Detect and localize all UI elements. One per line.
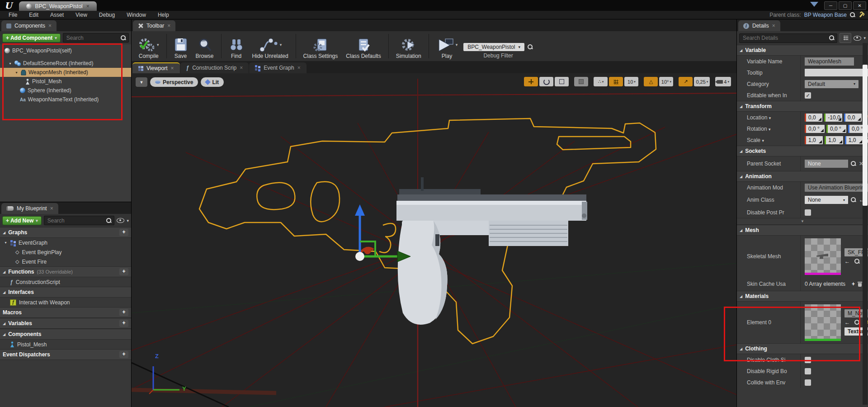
play-button[interactable]: ▾ Play bbox=[432, 32, 462, 61]
anim-class-dropdown[interactable]: None ▾ bbox=[805, 196, 848, 204]
location-z-input[interactable]: 0,0 bbox=[844, 114, 862, 122]
maximize-button[interactable]: ▢ bbox=[839, 1, 852, 10]
lit-mode-button[interactable]: Lit bbox=[201, 77, 224, 87]
pistol-mesh-render[interactable] bbox=[396, 177, 587, 325]
chevron-down-icon[interactable]: ▾ bbox=[769, 127, 771, 132]
disable-post-process-checkbox[interactable] bbox=[805, 209, 811, 216]
use-selected-asset-icon[interactable]: ← bbox=[844, 258, 850, 265]
scale-snap-value-button[interactable]: 0,25▾ bbox=[694, 77, 710, 86]
event-graph-row[interactable]: ▾ EventGraph bbox=[0, 238, 131, 247]
tab-close-icon[interactable]: × bbox=[170, 65, 174, 71]
property-visibility-icon[interactable] bbox=[854, 36, 861, 41]
my-blueprint-search-input[interactable] bbox=[47, 217, 105, 224]
tree-row-self[interactable]: BPC_WeaponPistol(self) bbox=[0, 46, 131, 55]
disable-rigid-checkbox[interactable] bbox=[805, 368, 811, 374]
rotate-tool-button[interactable] bbox=[539, 77, 553, 86]
tab-close-icon[interactable]: × bbox=[297, 65, 301, 71]
collide-env-checkbox[interactable] bbox=[805, 379, 811, 386]
add-array-element-icon[interactable]: + bbox=[852, 281, 855, 287]
menu-help[interactable]: Help bbox=[152, 12, 175, 18]
tree-row-scene-root[interactable]: ▾ DefaultSceneRoot (Inherited) bbox=[0, 59, 131, 68]
use-selected-asset-icon[interactable]: ← bbox=[844, 319, 850, 326]
chevron-down-icon[interactable]: ▾ bbox=[157, 43, 159, 47]
parent-class-link[interactable]: BP Weapon Base bbox=[804, 12, 847, 18]
details-tab[interactable]: i Details × bbox=[738, 20, 780, 31]
viewport-options-button[interactable]: ▼ bbox=[136, 77, 147, 87]
menu-edit[interactable]: Edit bbox=[23, 12, 44, 18]
transform-section-header[interactable]: ◢ Transform bbox=[737, 101, 868, 112]
chevron-down-icon[interactable]: ▾ bbox=[863, 36, 866, 40]
animation-section-header[interactable]: ◢ Animation bbox=[737, 171, 868, 182]
class-defaults-button[interactable]: Class Defaults bbox=[342, 32, 385, 61]
details-scrollbar[interactable] bbox=[863, 43, 868, 405]
animation-mode-dropdown[interactable]: Use Animation Blueprint ▾ bbox=[805, 184, 868, 192]
add-new-button[interactable]: + Add New ▾ bbox=[2, 216, 42, 225]
surface-snap-button[interactable]: ∴▾ bbox=[594, 77, 608, 86]
simulation-button[interactable]: Simulation bbox=[392, 32, 425, 61]
details-search-box[interactable] bbox=[739, 33, 837, 43]
toolbar-tab-close-icon[interactable]: × bbox=[167, 23, 170, 29]
rotation-snap-toggle[interactable]: △ bbox=[644, 77, 658, 86]
debug-search-icon[interactable] bbox=[528, 44, 533, 50]
minimize-button[interactable]: ─ bbox=[824, 1, 837, 10]
components-search-input[interactable] bbox=[66, 34, 119, 42]
menu-window[interactable]: Window bbox=[121, 12, 152, 18]
close-button[interactable]: ✕ bbox=[853, 1, 866, 10]
tree-row-weapon-name-text[interactable]: Aa WeaponNameText (Inherited) bbox=[0, 95, 131, 104]
tab-construction-script[interactable]: ƒ Construction Scrip × bbox=[180, 62, 249, 73]
materials-section-header[interactable]: ◢ Materials bbox=[737, 291, 868, 302]
event-fire-row[interactable]: ◇ Event Fire bbox=[0, 257, 131, 266]
tab-close-icon[interactable]: × bbox=[86, 3, 90, 9]
details-search-input[interactable] bbox=[742, 34, 827, 42]
rotation-x-input[interactable]: 0,0 ° bbox=[805, 125, 825, 133]
interfaces-section-header[interactable]: ◢ Interfaces bbox=[0, 287, 131, 298]
macros-section-header[interactable]: Macros + bbox=[0, 307, 131, 318]
details-tab-close-icon[interactable]: × bbox=[772, 23, 775, 29]
add-macro-button[interactable]: + bbox=[119, 309, 128, 316]
hide-unrelated-button[interactable]: ▾ Hide Unrelated bbox=[248, 32, 292, 61]
menu-file[interactable]: File bbox=[3, 12, 23, 18]
tab-viewport[interactable]: Viewport × bbox=[132, 62, 180, 73]
chevron-down-icon[interactable]: ▾ bbox=[769, 116, 771, 120]
menu-asset[interactable]: Asset bbox=[44, 12, 70, 18]
graphs-section-header[interactable]: ◢ Graphs + bbox=[0, 227, 131, 238]
my-blueprint-tab-close-icon[interactable]: × bbox=[50, 205, 53, 212]
components-tab[interactable]: Components × bbox=[1, 20, 57, 31]
chevron-down-icon[interactable]: ▾ bbox=[456, 43, 458, 47]
grid-snap-value-button[interactable]: 10▾ bbox=[624, 77, 638, 86]
material-thumbnail[interactable] bbox=[805, 304, 841, 341]
event-beginplay-row[interactable]: ◇ Event BeginPlay bbox=[0, 247, 131, 257]
scale-tool-button[interactable] bbox=[555, 77, 569, 86]
viewport-3d[interactable]: Z Y ▼ Perspective Lit bbox=[132, 73, 736, 407]
find-parent-class-icon[interactable] bbox=[850, 12, 855, 18]
tooltip-input[interactable] bbox=[805, 69, 868, 76]
display-filter-button[interactable] bbox=[840, 33, 851, 43]
save-button[interactable]: Save bbox=[170, 32, 192, 61]
tab-event-graph[interactable]: Event Graph × bbox=[249, 62, 306, 73]
expand-arrow-icon[interactable]: ▾ bbox=[14, 71, 19, 75]
tree-row-pistol-mesh[interactable]: Pistol_Mesh bbox=[0, 77, 131, 86]
toolbar-tab[interactable]: Toolbar × bbox=[133, 20, 175, 31]
event-dispatchers-section-header[interactable]: Event Dispatchers + bbox=[0, 349, 131, 360]
compile-button[interactable]: ▾ Compile bbox=[134, 32, 163, 61]
animation-expander[interactable]: ▼ bbox=[737, 218, 868, 225]
edit-parent-class-icon[interactable] bbox=[859, 12, 864, 18]
variable-section-header[interactable]: ◢ Variable bbox=[737, 45, 868, 56]
sockets-section-header[interactable]: ◢ Sockets bbox=[737, 146, 868, 156]
pistol-mesh-row[interactable]: Pistol_Mesh bbox=[0, 340, 131, 349]
clothing-section-header[interactable]: ◢ Clothing bbox=[737, 343, 868, 354]
add-graph-button[interactable]: + bbox=[119, 229, 128, 236]
move-tool-button[interactable] bbox=[524, 77, 538, 86]
chevron-down-icon[interactable]: ▾ bbox=[280, 43, 282, 47]
socket-search-icon[interactable] bbox=[851, 161, 856, 166]
scale-z-input[interactable]: 1,0 bbox=[845, 136, 863, 144]
add-function-button[interactable]: + bbox=[119, 268, 128, 275]
location-y-input[interactable]: -10,0 bbox=[824, 114, 842, 122]
disable-cloth-checkbox[interactable] bbox=[805, 357, 811, 363]
expand-arrow-icon[interactable]: ▾ bbox=[8, 62, 12, 66]
viewport-canvas[interactable] bbox=[132, 73, 736, 407]
add-event-dispatcher-button[interactable]: + bbox=[119, 351, 128, 358]
debug-object-dropdown[interactable]: BPC_WeaponPistol ▾ bbox=[463, 43, 524, 51]
tree-row-sphere[interactable]: Sphere (Inherited) bbox=[0, 86, 131, 95]
components-section-header[interactable]: ◢ Components bbox=[0, 329, 131, 340]
